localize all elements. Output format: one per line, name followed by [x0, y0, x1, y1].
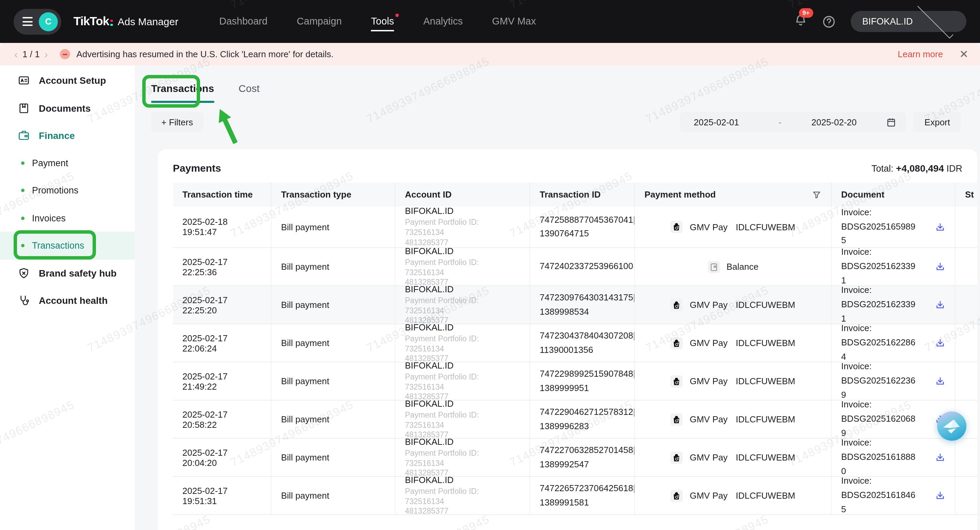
cell-account: BIFOKAL.ID Payment Portfolio ID: 7325161…	[395, 324, 530, 362]
sidebar-item-documents[interactable]: Documents	[0, 94, 135, 122]
txid-line1: 7472309764303143175|1	[540, 291, 625, 305]
notifications-button[interactable]: 9+	[794, 13, 807, 30]
col-status: St	[956, 183, 977, 206]
main-menu-toggle[interactable]: C	[14, 8, 61, 34]
cell-time: 2025-02-17 22:25:20	[173, 286, 272, 324]
portfolio-id-line2: 4813285377	[405, 468, 520, 476]
portfolio-id-line1: Payment Portfolio ID: 732516134	[405, 217, 520, 238]
filters-button[interactable]: + Filters	[151, 112, 203, 132]
learn-more-link[interactable]: Learn more	[898, 49, 943, 59]
sidebar-item-label: Account health	[39, 295, 108, 306]
sidebar-item-transactions[interactable]: Transactions	[0, 232, 135, 260]
tiktok-wordmark: TikTok	[73, 14, 109, 29]
cell-time: 2025-02-17 20:58:22	[173, 401, 272, 438]
banner-pager: 1 / 1	[22, 49, 40, 59]
cell-document: Invoice: BDSG2025161888 0	[832, 439, 956, 476]
hamburger-icon	[22, 17, 33, 26]
table-row[interactable]: 2025-02-17 19:51:31 Bill payment BIFOKAL…	[173, 477, 977, 515]
cell-payment-method: Balance	[635, 248, 832, 286]
payment-method-label: GMV Pay	[690, 222, 727, 232]
sidebar-item-account-health[interactable]: Account health	[0, 287, 135, 314]
banner-prev-button[interactable]: ‹	[11, 48, 21, 60]
table-row[interactable]: 2025-02-17 21:49:22 Bill payment BIFOKAL…	[173, 362, 977, 401]
cell-type: Bill payment	[272, 248, 395, 286]
calendar-icon	[886, 117, 897, 127]
table-row[interactable]: 2025-02-17 20:58:22 Bill payment BIFOKAL…	[173, 401, 977, 439]
download-icon[interactable]	[935, 222, 945, 232]
cell-document: Invoice: BDSG2025162339 1	[832, 286, 956, 324]
account-name: BIFOKAL.ID	[405, 362, 520, 370]
payments-total: Total: +4,080,494 IDR	[872, 163, 962, 173]
export-button[interactable]: Export	[914, 112, 961, 132]
date-start: 2025-02-01	[694, 117, 739, 127]
gmv-pay-icon	[671, 375, 683, 387]
table-row[interactable]: 2025-02-18 19:51:47 Bill payment BIFOKAL…	[173, 206, 977, 248]
sidebar-item-label: Invoices	[32, 213, 66, 223]
cell-account: BIFOKAL.ID Payment Portfolio ID: 7325161…	[395, 362, 530, 400]
tab-active-underline	[151, 101, 214, 103]
filter-funnel-icon[interactable]	[812, 190, 821, 199]
assistant-widget[interactable]	[937, 411, 967, 441]
toolbar: + Filters 2025-02-01 - 2025-02-20 Export	[151, 112, 980, 132]
download-icon[interactable]	[935, 300, 945, 310]
txid-line1: 7472265723706425618|1	[540, 482, 625, 496]
bullet-icon	[21, 244, 24, 247]
sidebar-item-payment[interactable]: Payment	[0, 149, 135, 177]
help-icon[interactable]	[822, 14, 836, 28]
cell-payment-method: GMV Pay IDLCFUWEBM	[635, 439, 832, 476]
payments-card: Payments Total: +4,080,494 IDR Transacti…	[158, 149, 977, 530]
nav-item-gmv-max[interactable]: GMV Max	[492, 11, 536, 31]
account-selector[interactable]: BIFOKAL.ID	[851, 11, 966, 32]
invoice-line2: 1	[841, 312, 931, 324]
date-range-picker[interactable]: 2025-02-01 - 2025-02-20	[680, 112, 906, 132]
tiktok-ads-manager-logo: TikTok Ads Manager	[73, 14, 178, 29]
top-navbar: C TikTok Ads Manager DashboardCampaignTo…	[0, 0, 980, 43]
sidebar-item-brand-safety-hub[interactable]: Brand safety hub	[0, 259, 135, 287]
portfolio-id-line1: Payment Portfolio ID: 732516134	[405, 410, 520, 430]
banner-message: Advertising has resumed in the U.S. Clic…	[76, 49, 334, 59]
invoice-line1: Invoice: BDSG2025165989	[841, 206, 931, 234]
date-end: 2025-02-20	[811, 117, 857, 127]
table-row[interactable]: 2025-02-17 22:06:24 Bill payment BIFOKAL…	[173, 324, 977, 362]
account-selector-value: BIFOKAL.ID	[862, 16, 913, 27]
invoice-line1: Invoice: BDSG2025161846	[841, 477, 931, 503]
nav-item-analytics[interactable]: Analytics	[423, 11, 463, 31]
bullet-icon	[21, 161, 24, 165]
invoice-line1: Invoice: BDSG2025161888	[841, 439, 931, 465]
sidebar-item-promotions[interactable]: Promotions	[0, 177, 135, 204]
payment-method-label: GMV Pay	[690, 338, 727, 348]
banner-close-icon[interactable]: ✕	[959, 49, 969, 60]
download-icon[interactable]	[935, 490, 945, 501]
table-row[interactable]: 2025-02-17 22:25:20 Bill payment BIFOKAL…	[173, 286, 977, 324]
gmv-pay-icon	[671, 221, 683, 233]
nav-item-dashboard[interactable]: Dashboard	[219, 11, 267, 31]
portfolio-id-line2: 4813285377	[405, 316, 520, 324]
download-icon[interactable]	[935, 376, 945, 386]
sidebar-item-invoices[interactable]: Invoices	[0, 204, 135, 232]
download-icon[interactable]	[935, 262, 945, 272]
table-row[interactable]: 2025-02-17 20:04:20 Bill payment BIFOKAL…	[173, 439, 977, 477]
sidebar-item-finance[interactable]: Finance	[0, 122, 135, 150]
nav-item-tools[interactable]: Tools	[371, 11, 394, 31]
table-row[interactable]: 2025-02-17 22:25:36 Bill payment BIFOKAL…	[173, 248, 977, 286]
txid-line2: 1389999951	[540, 381, 625, 395]
avatar[interactable]: C	[39, 12, 58, 31]
payment-method-detail: IDLCFUWEBM	[736, 376, 795, 386]
download-icon[interactable]	[935, 338, 945, 348]
tab-transactions[interactable]: Transactions	[151, 82, 214, 103]
banner-next-button[interactable]: ›	[42, 48, 51, 60]
tiktok-ads-manager-app: C TikTok Ads Manager DashboardCampaignTo…	[0, 0, 980, 530]
cell-transaction-id: 7472265723706425618|1 1389991581	[530, 477, 635, 514]
tab-cost[interactable]: Cost	[239, 82, 259, 103]
sidebar-item-account-setup[interactable]: Account Setup	[0, 67, 135, 94]
cell-transaction-id: 7472588877045367041|1 1390764715	[530, 206, 635, 247]
download-icon[interactable]	[935, 452, 945, 463]
cell-account: BIFOKAL.ID Payment Portfolio ID: 7325161…	[395, 206, 530, 247]
cell-transaction-id: 7472309764303143175|1 1389998534	[530, 286, 635, 324]
txid-line2: 1389998534	[540, 305, 625, 318]
sidebar-item-label: Transactions	[32, 241, 84, 251]
nav-item-campaign[interactable]: Campaign	[297, 11, 342, 31]
table-body: 2025-02-18 19:51:47 Bill payment BIFOKAL…	[173, 206, 977, 515]
payment-method-label: GMV Pay	[690, 376, 727, 386]
cell-transaction-id: 7472298992515907848|1 1389999951	[530, 362, 635, 400]
